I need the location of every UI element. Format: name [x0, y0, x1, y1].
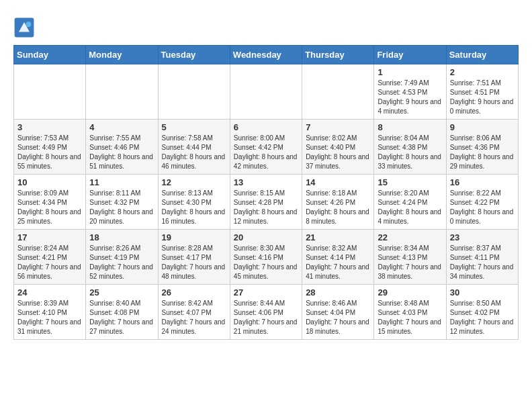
- day-info: Sunrise: 8:39 AM Sunset: 4:10 PM Dayligh…: [17, 299, 82, 336]
- day-info: Sunrise: 8:11 AM Sunset: 4:32 PM Dayligh…: [89, 189, 154, 226]
- calendar-cell: 13Sunrise: 8:15 AM Sunset: 4:28 PM Dayli…: [230, 175, 302, 230]
- page-header: [13, 13, 519, 38]
- day-number: 18: [89, 232, 154, 242]
- day-number: 5: [162, 122, 226, 132]
- calendar-table: SundayMondayTuesdayWednesdayThursdayFrid…: [13, 45, 519, 340]
- calendar-cell: 18Sunrise: 8:26 AM Sunset: 4:19 PM Dayli…: [86, 230, 158, 285]
- calendar-cell: 17Sunrise: 8:24 AM Sunset: 4:21 PM Dayli…: [14, 230, 86, 285]
- day-number: 3: [17, 122, 82, 132]
- calendar-header-row: SundayMondayTuesdayWednesdayThursdayFrid…: [14, 46, 519, 64]
- day-info: Sunrise: 8:06 AM Sunset: 4:36 PM Dayligh…: [450, 134, 515, 171]
- calendar-header-sunday: Sunday: [14, 46, 86, 64]
- day-number: 30: [450, 287, 515, 298]
- day-number: 20: [234, 232, 298, 242]
- day-info: Sunrise: 8:50 AM Sunset: 4:02 PM Dayligh…: [450, 299, 515, 336]
- calendar-cell: 26Sunrise: 8:42 AM Sunset: 4:07 PM Dayli…: [158, 285, 230, 340]
- day-info: Sunrise: 8:48 AM Sunset: 4:03 PM Dayligh…: [378, 299, 442, 336]
- calendar-cell: 25Sunrise: 8:40 AM Sunset: 4:08 PM Dayli…: [86, 285, 158, 340]
- day-info: Sunrise: 8:24 AM Sunset: 4:21 PM Dayligh…: [17, 244, 82, 281]
- calendar-cell: [302, 64, 374, 120]
- day-info: Sunrise: 8:15 AM Sunset: 4:28 PM Dayligh…: [234, 189, 298, 226]
- day-number: 21: [306, 232, 370, 242]
- day-number: 19: [162, 232, 226, 242]
- day-info: Sunrise: 8:26 AM Sunset: 4:19 PM Dayligh…: [89, 244, 154, 281]
- logo: [13, 17, 38, 38]
- day-info: Sunrise: 7:55 AM Sunset: 4:46 PM Dayligh…: [89, 134, 154, 171]
- day-info: Sunrise: 8:18 AM Sunset: 4:26 PM Dayligh…: [306, 189, 370, 226]
- day-number: 6: [234, 122, 298, 132]
- calendar-header-saturday: Saturday: [446, 46, 518, 64]
- day-number: 27: [234, 287, 298, 298]
- day-info: Sunrise: 8:30 AM Sunset: 4:16 PM Dayligh…: [234, 244, 298, 281]
- day-info: Sunrise: 8:34 AM Sunset: 4:13 PM Dayligh…: [378, 244, 442, 281]
- calendar-week-row: 17Sunrise: 8:24 AM Sunset: 4:21 PM Dayli…: [14, 230, 519, 285]
- calendar-header-wednesday: Wednesday: [230, 46, 302, 64]
- day-number: 1: [378, 67, 442, 77]
- calendar-cell: 11Sunrise: 8:11 AM Sunset: 4:32 PM Dayli…: [86, 175, 158, 230]
- day-info: Sunrise: 8:09 AM Sunset: 4:34 PM Dayligh…: [17, 189, 82, 226]
- day-info: Sunrise: 8:04 AM Sunset: 4:38 PM Dayligh…: [378, 134, 442, 171]
- day-number: 11: [89, 177, 154, 187]
- calendar-cell: 30Sunrise: 8:50 AM Sunset: 4:02 PM Dayli…: [446, 285, 518, 340]
- calendar-cell: 4Sunrise: 7:55 AM Sunset: 4:46 PM Daylig…: [86, 120, 158, 175]
- calendar-week-row: 10Sunrise: 8:09 AM Sunset: 4:34 PM Dayli…: [14, 175, 519, 230]
- day-number: 16: [450, 177, 515, 187]
- day-info: Sunrise: 7:49 AM Sunset: 4:53 PM Dayligh…: [378, 79, 442, 116]
- calendar-header-monday: Monday: [86, 46, 158, 64]
- calendar-cell: 2Sunrise: 7:51 AM Sunset: 4:51 PM Daylig…: [446, 64, 518, 120]
- day-number: 28: [306, 287, 370, 298]
- day-number: 24: [17, 287, 82, 298]
- calendar-cell: 10Sunrise: 8:09 AM Sunset: 4:34 PM Dayli…: [14, 175, 86, 230]
- day-info: Sunrise: 8:37 AM Sunset: 4:11 PM Dayligh…: [450, 244, 515, 281]
- calendar-cell: 9Sunrise: 8:06 AM Sunset: 4:36 PM Daylig…: [446, 120, 518, 175]
- day-number: 22: [378, 232, 442, 242]
- calendar-cell: 3Sunrise: 7:53 AM Sunset: 4:49 PM Daylig…: [14, 120, 86, 175]
- day-number: 7: [306, 122, 370, 132]
- calendar-cell: 20Sunrise: 8:30 AM Sunset: 4:16 PM Dayli…: [230, 230, 302, 285]
- day-info: Sunrise: 8:02 AM Sunset: 4:40 PM Dayligh…: [306, 134, 370, 171]
- day-number: 2: [450, 67, 515, 77]
- calendar-cell: [158, 64, 230, 120]
- calendar-cell: [86, 64, 158, 120]
- day-number: 4: [89, 122, 154, 132]
- day-info: Sunrise: 8:32 AM Sunset: 4:14 PM Dayligh…: [306, 244, 370, 281]
- day-info: Sunrise: 7:51 AM Sunset: 4:51 PM Dayligh…: [450, 79, 515, 116]
- calendar-cell: 21Sunrise: 8:32 AM Sunset: 4:14 PM Dayli…: [302, 230, 374, 285]
- calendar-cell: 22Sunrise: 8:34 AM Sunset: 4:13 PM Dayli…: [374, 230, 446, 285]
- day-number: 15: [378, 177, 442, 187]
- svg-point-2: [26, 21, 31, 27]
- day-info: Sunrise: 8:13 AM Sunset: 4:30 PM Dayligh…: [162, 189, 226, 226]
- day-number: 12: [162, 177, 226, 187]
- day-number: 17: [17, 232, 82, 242]
- calendar-cell: 14Sunrise: 8:18 AM Sunset: 4:26 PM Dayli…: [302, 175, 374, 230]
- day-info: Sunrise: 8:42 AM Sunset: 4:07 PM Dayligh…: [162, 299, 226, 336]
- calendar-header-tuesday: Tuesday: [158, 46, 230, 64]
- calendar-cell: 29Sunrise: 8:48 AM Sunset: 4:03 PM Dayli…: [374, 285, 446, 340]
- day-number: 13: [234, 177, 298, 187]
- calendar-cell: 16Sunrise: 8:22 AM Sunset: 4:22 PM Dayli…: [446, 175, 518, 230]
- day-number: 29: [378, 287, 442, 298]
- day-info: Sunrise: 8:22 AM Sunset: 4:22 PM Dayligh…: [450, 189, 515, 226]
- day-info: Sunrise: 8:28 AM Sunset: 4:17 PM Dayligh…: [162, 244, 226, 281]
- day-info: Sunrise: 8:20 AM Sunset: 4:24 PM Dayligh…: [378, 189, 442, 226]
- day-number: 9: [450, 122, 515, 132]
- day-number: 23: [450, 232, 515, 242]
- calendar-cell: 19Sunrise: 8:28 AM Sunset: 4:17 PM Dayli…: [158, 230, 230, 285]
- calendar-cell: 1Sunrise: 7:49 AM Sunset: 4:53 PM Daylig…: [374, 64, 446, 120]
- calendar-cell: 23Sunrise: 8:37 AM Sunset: 4:11 PM Dayli…: [446, 230, 518, 285]
- calendar-week-row: 24Sunrise: 8:39 AM Sunset: 4:10 PM Dayli…: [14, 285, 519, 340]
- day-number: 8: [378, 122, 442, 132]
- calendar-week-row: 3Sunrise: 7:53 AM Sunset: 4:49 PM Daylig…: [14, 120, 519, 175]
- calendar-cell: 24Sunrise: 8:39 AM Sunset: 4:10 PM Dayli…: [14, 285, 86, 340]
- day-info: Sunrise: 7:58 AM Sunset: 4:44 PM Dayligh…: [162, 134, 226, 171]
- calendar-cell: 27Sunrise: 8:44 AM Sunset: 4:06 PM Dayli…: [230, 285, 302, 340]
- logo-icon: [13, 17, 35, 38]
- calendar-cell: 28Sunrise: 8:46 AM Sunset: 4:04 PM Dayli…: [302, 285, 374, 340]
- day-info: Sunrise: 8:46 AM Sunset: 4:04 PM Dayligh…: [306, 299, 370, 336]
- calendar-cell: 12Sunrise: 8:13 AM Sunset: 4:30 PM Dayli…: [158, 175, 230, 230]
- calendar-cell: 15Sunrise: 8:20 AM Sunset: 4:24 PM Dayli…: [374, 175, 446, 230]
- calendar-cell: 5Sunrise: 7:58 AM Sunset: 4:44 PM Daylig…: [158, 120, 230, 175]
- calendar-week-row: 1Sunrise: 7:49 AM Sunset: 4:53 PM Daylig…: [14, 64, 519, 120]
- calendar-cell: 8Sunrise: 8:04 AM Sunset: 4:38 PM Daylig…: [374, 120, 446, 175]
- day-number: 10: [17, 177, 82, 187]
